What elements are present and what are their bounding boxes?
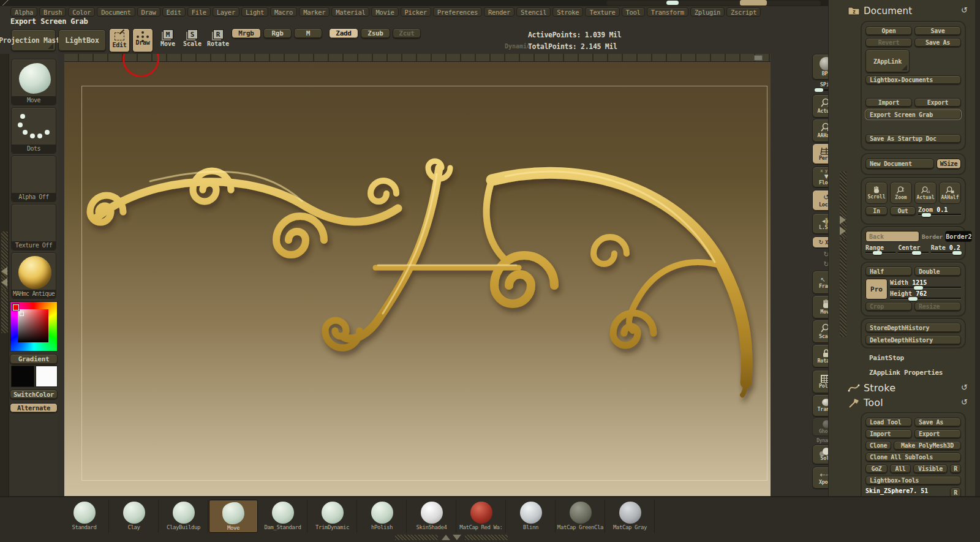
- range-slider[interactable]: Range: [865, 244, 895, 254]
- projection-master-button[interactable]: Projection Master: [11, 29, 56, 51]
- load-tool-button[interactable]: Load Tool: [865, 418, 912, 427]
- document-canvas[interactable]: [64, 54, 771, 496]
- stroke-panel-title[interactable]: Stroke: [864, 382, 895, 394]
- border-label[interactable]: Border: [922, 233, 943, 240]
- menu-zscript[interactable]: Zscript: [726, 7, 761, 17]
- menu-alpha[interactable]: Alpha: [10, 7, 37, 17]
- menu-movie[interactable]: Movie: [371, 7, 398, 17]
- document-panel-title[interactable]: Document: [864, 6, 912, 17]
- lightbox-button[interactable]: LightBox: [58, 29, 106, 51]
- main-color-swatch[interactable]: [11, 366, 34, 387]
- menu-layer[interactable]: Layer: [213, 7, 239, 17]
- slider-thumb[interactable]: [873, 251, 882, 255]
- menu-picker[interactable]: Picker: [401, 7, 431, 17]
- menu-color[interactable]: Color: [68, 7, 95, 17]
- doc-actual-button[interactable]: x1 Actual: [914, 182, 937, 204]
- spix-slider-thumb[interactable]: [815, 88, 823, 92]
- zapplink-button[interactable]: ZAppLink: [865, 50, 910, 73]
- gold-ornament-model[interactable]: [64, 54, 771, 496]
- zsub-button[interactable]: Zsub: [361, 28, 390, 39]
- draw-button[interactable]: Draw: [132, 28, 153, 53]
- rgb-button[interactable]: Rgb: [263, 28, 292, 39]
- clone-all-subtools-button[interactable]: Clone All SubTools: [865, 453, 961, 462]
- zadd-button[interactable]: Zadd: [329, 28, 358, 39]
- save-button[interactable]: Save: [914, 26, 961, 36]
- alpha-preview[interactable]: Alpha Off: [11, 156, 56, 202]
- slider-thumb[interactable]: [922, 213, 931, 217]
- goz-button[interactable]: GoZ: [865, 464, 888, 473]
- tray-item-standard[interactable]: Standard: [60, 500, 109, 533]
- wsize-button[interactable]: WSize: [937, 159, 961, 169]
- goz-r-button[interactable]: R: [950, 464, 961, 473]
- tray-item-matcap-greenclay[interactable]: MatCap GreenCla: [556, 500, 605, 533]
- border2-swatch[interactable]: Border2: [945, 231, 972, 242]
- tray-item-dam-standard[interactable]: Dam_Standard: [258, 500, 307, 533]
- make-polymesh3d-button[interactable]: Make PolyMesh3D: [894, 441, 961, 450]
- tool-save-as-button[interactable]: Save As: [914, 418, 961, 427]
- pro-button[interactable]: Pro: [865, 279, 888, 299]
- stroke-reset-icon[interactable]: ↺: [961, 383, 968, 392]
- zapplink-properties-section[interactable]: ZAppLink Properties: [869, 369, 943, 377]
- menu-stroke[interactable]: Stroke: [552, 7, 583, 17]
- export-screen-grab-button[interactable]: Export Screen Grab: [865, 110, 961, 119]
- store-depth-history-button[interactable]: StoreDepthHistory: [865, 323, 961, 333]
- zcut-button[interactable]: Zcut: [393, 28, 421, 39]
- tray-scroll-hatch[interactable]: [395, 535, 438, 540]
- brush-preview[interactable]: Move: [11, 59, 56, 105]
- menu-light[interactable]: Light: [241, 7, 268, 17]
- stroke-preview[interactable]: Dots: [11, 107, 56, 154]
- menu-document[interactable]: Document: [97, 7, 135, 17]
- document-reset-icon[interactable]: ↺: [961, 6, 968, 15]
- tray-item-blinn[interactable]: Blinn: [507, 500, 556, 533]
- texture-preview[interactable]: Texture Off: [11, 204, 56, 250]
- height-slider[interactable]: Height 762: [890, 290, 961, 299]
- sliver-tan-button[interactable]: [740, 0, 767, 6]
- slider-thumb[interactable]: [908, 297, 918, 301]
- menu-texture[interactable]: Texture: [585, 7, 619, 17]
- save-as-button[interactable]: Save As: [914, 38, 961, 47]
- tray-item-move[interactable]: Move: [209, 500, 258, 533]
- menu-material[interactable]: Material: [331, 7, 369, 17]
- menu-brush[interactable]: Brush: [39, 7, 66, 17]
- half-button[interactable]: Half: [865, 266, 912, 276]
- rail-collapse-arrow-icon[interactable]: [1, 267, 7, 276]
- tool-reset-icon[interactable]: ↺: [961, 397, 968, 407]
- delete-depth-history-button[interactable]: DeleteDepthHistory: [865, 335, 961, 345]
- tool-export-button[interactable]: Export: [914, 429, 961, 438]
- gradient-button[interactable]: Gradient: [10, 354, 58, 364]
- zoom-out-button[interactable]: Out: [890, 206, 916, 216]
- panel-divider-hatch[interactable]: [840, 239, 846, 337]
- tray-scroll-hatch[interactable]: [465, 535, 508, 540]
- tray-item-hpolish[interactable]: hPolish: [358, 500, 407, 533]
- rail-collapse-arrow-icon[interactable]: [1, 278, 7, 287]
- material-preview[interactable]: MAHmc Antique: [11, 252, 56, 299]
- goz-visible-button[interactable]: Visible: [913, 464, 948, 473]
- back-color-swatch[interactable]: Back: [865, 231, 919, 242]
- menu-file[interactable]: File: [187, 7, 211, 17]
- menu-render[interactable]: Render: [484, 7, 514, 17]
- center-slider[interactable]: Center: [898, 244, 928, 254]
- doc-export-button[interactable]: Export: [914, 98, 961, 107]
- menu-tool[interactable]: Tool: [622, 7, 645, 17]
- slider-thumb[interactable]: [914, 286, 923, 290]
- doc-zoom-slider[interactable]: Zoom 0.1: [918, 206, 961, 216]
- tool-import-button[interactable]: Import: [865, 429, 912, 438]
- doc-zoom-button[interactable]: Zoom: [890, 182, 912, 204]
- menu-edit[interactable]: Edit: [162, 7, 186, 17]
- sliver-slider-thumb[interactable]: [666, 1, 679, 5]
- panel-expand-arrow-icon[interactable]: [840, 227, 846, 235]
- left-divider-rail[interactable]: [0, 54, 9, 496]
- doc-aahalf-button[interactable]: AAHalf: [939, 182, 961, 204]
- mrgb-button[interactable]: Mrgb: [232, 28, 261, 39]
- dynamic-label[interactable]: Dynamic: [505, 43, 530, 50]
- tray-scrollbar[interactable]: [395, 534, 514, 541]
- tray-item-matcap-gray[interactable]: MatCap Gray: [606, 500, 655, 533]
- menu-zplugin[interactable]: Zplugin: [690, 7, 725, 17]
- save-as-startup-doc-button[interactable]: Save As Startup Doc: [865, 134, 961, 143]
- tray-item-trimdynamic[interactable]: TrimDynamic: [308, 500, 357, 533]
- alternate-button[interactable]: Alternate: [10, 403, 58, 413]
- menu-marker[interactable]: Marker: [299, 7, 330, 17]
- move-button[interactable]: M Move: [157, 29, 179, 47]
- panel-expand-arrow-icon[interactable]: [840, 216, 846, 224]
- tray-item-skinshade4[interactable]: SkinShade4: [407, 500, 456, 533]
